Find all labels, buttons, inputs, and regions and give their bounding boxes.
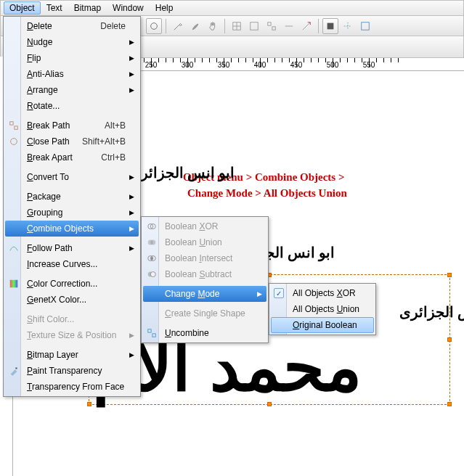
combine-menu-item-7: Create Single Shape <box>143 305 266 321</box>
object-menu-item-8[interactable]: Close PathShift+Alt+B <box>5 134 139 149</box>
svg-rect-19 <box>148 329 151 332</box>
mode-menu-item-0[interactable]: ✓All Objects XOR <box>271 285 374 301</box>
menu-label: All Objects Union <box>293 304 359 314</box>
menu-label: GenetX Color... <box>27 295 86 305</box>
object-menu-item-3[interactable]: Anti-Alias▶ <box>5 66 139 82</box>
tool-grid5-icon[interactable] <box>298 18 314 34</box>
object-menu-item-23: Shift Color... <box>5 311 139 327</box>
xor-icon <box>146 221 158 232</box>
menu-label: Delete <box>27 21 52 31</box>
mode-menu-item-2[interactable]: Original Boolean <box>271 317 374 333</box>
submenu-arrow-icon: ▶ <box>129 54 134 62</box>
object-menu-item-0[interactable]: DeleteDelete <box>5 18 139 34</box>
change-mode-submenu: ✓All Objects XORAll Objects UnionOrigina… <box>269 283 376 335</box>
object-menu-item-14[interactable]: Grouping▶ <box>5 205 139 221</box>
menu-label: Rotate... <box>27 101 60 111</box>
combine-menu-item-5[interactable]: Change Mode▶ <box>143 286 266 302</box>
submenu-arrow-icon: ▶ <box>129 351 134 358</box>
object-menu-item-21[interactable]: GenetX Color... <box>5 292 139 308</box>
tool-snap-icon[interactable] <box>340 18 356 34</box>
object-menu-item-4[interactable]: Arrange▶ <box>5 82 139 98</box>
menubar-text[interactable]: Text <box>41 1 68 15</box>
tool-color-picker[interactable] <box>146 18 162 34</box>
menu-label: Break Path <box>27 120 70 131</box>
subtract-icon <box>146 268 158 280</box>
tool-grid1-icon[interactable] <box>229 18 245 34</box>
tool-guides-icon[interactable] <box>357 18 373 34</box>
menu-label: Create Single Shape <box>165 308 245 319</box>
check-icon: ✓ <box>274 288 284 298</box>
menu-label: Arrange <box>27 85 58 95</box>
svg-rect-6 <box>362 22 370 30</box>
menu-label: Grouping <box>27 208 62 218</box>
object-menu-item-5[interactable]: Rotate... <box>5 98 139 114</box>
follow-path-icon <box>8 242 20 254</box>
combine-menu-item-9[interactable]: Uncombine <box>143 325 266 341</box>
shortcut: Alt+B <box>105 120 126 131</box>
object-menu-item-15[interactable]: Combine Objects▶ <box>5 221 139 237</box>
menu-label: Texture Size & Position <box>27 330 116 340</box>
uncombine-icon <box>146 327 158 339</box>
mode-menu-item-1[interactable]: All Objects Union <box>271 301 374 317</box>
break-path-icon <box>8 120 20 131</box>
svg-rect-2 <box>251 22 259 30</box>
combine-menu-item-2: Boolean Intersect <box>143 250 266 266</box>
stamp-1: ابو انس الجزائرى <box>129 165 235 180</box>
tool-grid2-icon[interactable] <box>246 18 262 34</box>
menu-label: Nudge <box>27 37 52 47</box>
object-menu-item-27[interactable]: Paint Transparency <box>5 363 139 379</box>
submenu-arrow-icon: ▶ <box>129 173 134 181</box>
object-menu-item-18[interactable]: Increase Curves... <box>5 256 139 272</box>
menu-label: Boolean Subtract <box>165 269 232 279</box>
combine-objects-submenu: Boolean XORBoolean UnionBoolean Intersec… <box>141 216 269 343</box>
svg-rect-8 <box>15 126 17 129</box>
object-menu-item-11[interactable]: Convert To▶ <box>5 169 139 185</box>
menu-label: Original Boolean <box>293 320 357 330</box>
object-menu-item-28[interactable]: Transparency From Face <box>5 379 139 395</box>
svg-point-0 <box>151 22 158 29</box>
svg-rect-3 <box>268 22 271 25</box>
combine-menu-item-3: Boolean Subtract <box>143 266 266 282</box>
submenu-arrow-icon: ▶ <box>129 38 134 46</box>
tool-grid3-icon[interactable] <box>264 18 280 34</box>
menubar-window[interactable]: Window <box>107 1 150 15</box>
object-menu: DeleteDeleteNudge▶Flip▶Anti-Alias▶Arrang… <box>3 16 141 397</box>
object-menu-item-9[interactable]: Break ApartCtrl+B <box>5 149 139 165</box>
menu-label: Anti-Alias <box>27 69 64 79</box>
tool-select-mode[interactable] <box>322 18 338 34</box>
object-menu-item-1[interactable]: Nudge▶ <box>5 34 139 50</box>
menubar-help[interactable]: Help <box>150 1 179 15</box>
menu-label: Combine Objects <box>27 223 94 234</box>
menu-label: Uncombine <box>165 328 209 338</box>
object-menu-item-26[interactable]: Bitmap Layer▶ <box>5 347 139 363</box>
shortcut: Ctrl+B <box>101 152 126 163</box>
menu-label: Increase Curves... <box>27 259 97 269</box>
menubar-object[interactable]: Object <box>4 1 41 15</box>
tool-grid4-icon[interactable] <box>281 18 297 34</box>
menubar: Object Text Bitmap Window Help <box>0 0 464 16</box>
object-menu-item-2[interactable]: Flip▶ <box>5 50 139 66</box>
object-menu-item-13[interactable]: Package▶ <box>5 189 139 205</box>
object-menu-item-7[interactable]: Break PathAlt+B <box>5 118 139 134</box>
color-correction-icon <box>8 278 20 290</box>
menu-label: Shift Color... <box>27 314 74 324</box>
menu-label: Bitmap Layer <box>27 350 78 360</box>
menu-label: Color Correction... <box>27 279 97 289</box>
submenu-arrow-icon: ▶ <box>129 193 134 200</box>
tool-brush-icon[interactable] <box>187 18 203 34</box>
menubar-bitmap[interactable]: Bitmap <box>68 1 107 15</box>
tool-hand-icon[interactable] <box>205 18 221 34</box>
menu-label: Break Apart <box>27 152 73 163</box>
tool-wand-icon[interactable] <box>170 18 186 34</box>
submenu-arrow-icon: ▶ <box>257 290 262 298</box>
shortcut: Shift+Alt+B <box>82 136 126 147</box>
menu-label: Follow Path <box>27 243 73 253</box>
submenu-arrow-icon: ▶ <box>129 245 134 252</box>
submenu-arrow-icon: ▶ <box>129 225 134 232</box>
menu-label: Boolean Union <box>165 237 222 247</box>
menu-label: Boolean XOR <box>165 221 218 231</box>
object-menu-item-17[interactable]: Follow Path▶ <box>5 240 139 256</box>
object-menu-item-20[interactable]: Color Correction... <box>5 276 139 292</box>
submenu-arrow-icon: ▶ <box>129 70 134 78</box>
menu-label: All Objects XOR <box>293 288 356 298</box>
